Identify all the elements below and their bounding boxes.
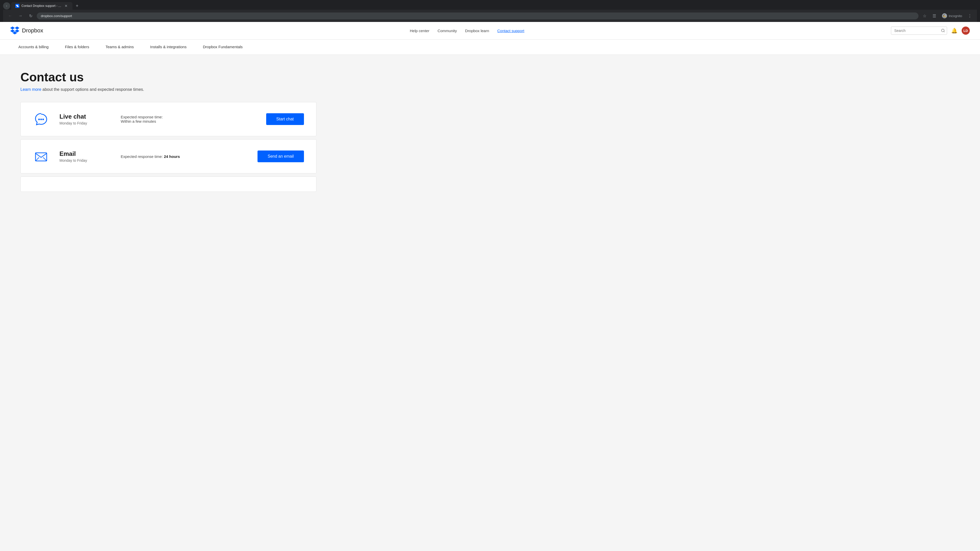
search-box[interactable] xyxy=(891,27,947,35)
svg-line-1 xyxy=(944,32,945,32)
email-schedule: Monday to Friday xyxy=(59,159,110,162)
subtitle-text: about the support options and expected r… xyxy=(42,87,144,92)
email-card: Email Monday to Friday Expected response… xyxy=(21,139,317,173)
main-content: Contact us Learn more about the support … xyxy=(0,55,980,208)
live-chat-info: Live chat Monday to Friday xyxy=(59,113,110,125)
nav-help-center[interactable]: Help center xyxy=(410,29,430,33)
top-nav: Dropbox Help center Community Dropbox le… xyxy=(0,22,980,40)
live-chat-response-value: Within a few minutes xyxy=(121,119,156,124)
email-response-label: Expected response time: xyxy=(121,154,164,159)
send-email-button[interactable]: Send an email xyxy=(258,151,304,162)
search-input[interactable] xyxy=(894,29,939,33)
browser-toolbar: ← → ↻ dropbox.com/support ☆ ☰ 🕵 Incognit… xyxy=(3,10,977,22)
active-tab[interactable]: Contact Dropbox support - Dr... ✕ xyxy=(11,2,73,10)
live-chat-card: Live chat Monday to Friday Expected resp… xyxy=(21,102,317,136)
live-chat-action: Start chat xyxy=(266,113,304,125)
toolbar-actions: ☆ ☰ 🕵 Incognito ⋮ xyxy=(921,12,974,20)
contact-cards: Live chat Monday to Friday Expected resp… xyxy=(21,102,317,192)
tab-group-button[interactable]: ‹ xyxy=(3,2,10,10)
tab-close-button[interactable]: ✕ xyxy=(64,3,68,8)
forward-button[interactable]: → xyxy=(16,12,24,20)
notifications-button[interactable]: 🔔 xyxy=(951,27,958,34)
cat-accounts-billing[interactable]: Accounts & billing xyxy=(10,40,57,55)
nav-contact-support[interactable]: Contact support xyxy=(497,29,525,33)
cat-dropbox-fundamentals[interactable]: Dropbox Fundamentals xyxy=(195,40,251,55)
live-chat-schedule: Monday to Friday xyxy=(59,121,110,125)
split-view-button[interactable]: ☰ xyxy=(930,12,939,20)
website: Dropbox Help center Community Dropbox le… xyxy=(0,22,980,208)
email-info: Email Monday to Friday xyxy=(59,150,110,162)
dropbox-logo-icon xyxy=(10,26,19,35)
address-text: dropbox.com/support xyxy=(41,14,72,18)
nav-right: 🔔 LD xyxy=(891,27,970,35)
menu-button[interactable]: ⋮ xyxy=(966,12,974,20)
email-action: Send an email xyxy=(258,151,304,162)
browser-chrome: ‹ Contact Dropbox support - Dr... ✕ + ← … xyxy=(0,0,980,22)
cat-installs-integrations[interactable]: Installs & integrations xyxy=(142,40,195,55)
start-chat-button[interactable]: Start chat xyxy=(266,113,304,125)
tab-favicon xyxy=(15,4,19,8)
browser-tabs: ‹ Contact Dropbox support - Dr... ✕ + xyxy=(3,2,977,10)
live-chat-title: Live chat xyxy=(59,113,110,120)
chat-icon-area xyxy=(33,111,49,127)
chat-icon xyxy=(33,111,49,127)
email-response-value: 24 hours xyxy=(164,154,180,159)
nav-community[interactable]: Community xyxy=(438,29,457,33)
svg-point-4 xyxy=(42,119,44,120)
page-title: Contact us xyxy=(21,70,959,84)
live-chat-response-label: Expected response time: xyxy=(121,115,163,119)
email-icon-area xyxy=(33,149,49,164)
back-button[interactable]: ← xyxy=(6,12,14,20)
reload-button[interactable]: ↻ xyxy=(27,12,35,20)
nav-links: Help center Community Dropbox learn Cont… xyxy=(410,29,525,33)
svg-rect-5 xyxy=(35,153,47,161)
email-title: Email xyxy=(59,150,110,157)
tab-title: Contact Dropbox support - Dr... xyxy=(21,4,62,8)
live-chat-response: Expected response time: Within a few min… xyxy=(121,115,256,124)
email-icon xyxy=(33,149,49,164)
svg-point-0 xyxy=(942,29,944,32)
contact-subtitle: Learn more about the support options and… xyxy=(21,87,959,92)
logo-area[interactable]: Dropbox xyxy=(10,26,43,35)
avatar[interactable]: LD xyxy=(962,27,970,35)
incognito-icon: 🕵 xyxy=(942,13,947,18)
incognito-label: Incognito xyxy=(948,14,962,18)
cat-files-folders[interactable]: Files & folders xyxy=(57,40,97,55)
search-button[interactable] xyxy=(941,29,945,33)
category-nav: Accounts & billing Files & folders Teams… xyxy=(0,40,980,55)
svg-point-3 xyxy=(40,119,42,120)
email-response: Expected response time: 24 hours xyxy=(121,154,247,159)
bookmark-button[interactable]: ☆ xyxy=(921,12,929,20)
partial-card xyxy=(21,176,317,192)
cat-teams-admins[interactable]: Teams & admins xyxy=(97,40,142,55)
svg-point-2 xyxy=(38,119,40,120)
learn-more-link[interactable]: Learn more xyxy=(21,87,41,92)
logo-text: Dropbox xyxy=(22,27,43,34)
address-bar[interactable]: dropbox.com/support xyxy=(37,13,918,19)
new-tab-button[interactable]: + xyxy=(73,2,81,10)
incognito-button[interactable]: 🕵 Incognito xyxy=(940,12,964,19)
nav-dropbox-learn[interactable]: Dropbox learn xyxy=(465,29,489,33)
